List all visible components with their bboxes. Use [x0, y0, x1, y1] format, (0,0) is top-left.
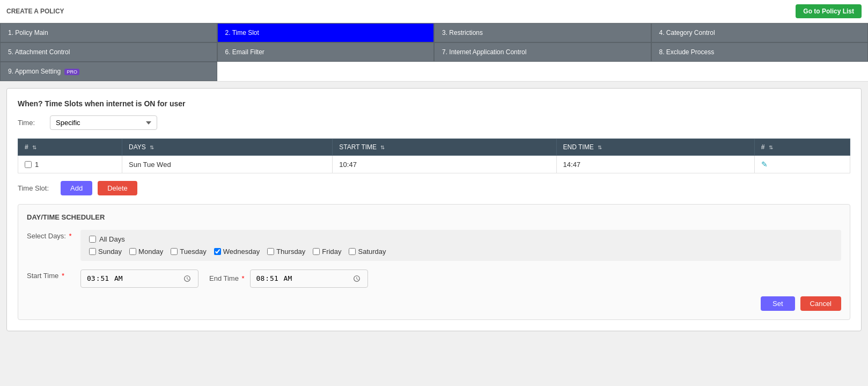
col-hash: # ⇅: [18, 139, 122, 156]
time-label: Time:: [18, 119, 50, 127]
all-days-label[interactable]: All Days: [99, 235, 125, 243]
nav-item-4[interactable]: 4. Category Control: [651, 23, 869, 42]
day-thu-label: Thursday: [276, 247, 305, 256]
row-1-id: 1: [18, 156, 122, 173]
table-header: # ⇅ DAYS ⇅ START TIME ⇅ END TIME ⇅ # ⇅: [18, 139, 850, 156]
day-fri-label: Friday: [322, 247, 341, 256]
time-dropdown[interactable]: Always Specific: [50, 115, 157, 130]
set-button[interactable]: Set: [761, 296, 795, 311]
days-checkboxes-row: Sunday Monday Tuesday Wednesday: [89, 247, 833, 256]
start-time-input[interactable]: [86, 273, 193, 284]
end-time-label: End Time *: [209, 274, 245, 282]
day-thursday: Thursday: [267, 247, 305, 256]
col-action-label: #: [761, 143, 765, 151]
section-title: When? Time Slots when internet is ON for…: [18, 99, 850, 108]
nav-item-7[interactable]: 7. Internet Application Control: [434, 42, 651, 62]
all-days-checkbox[interactable]: [89, 236, 96, 243]
col-start-label: START TIME: [339, 143, 377, 151]
time-inputs-row: Start Time * End Time *: [27, 270, 841, 288]
day-tue-checkbox[interactable]: [171, 248, 178, 255]
time-form-row: Time: Always Specific: [18, 115, 850, 130]
nav-grid: 1. Policy Main 2. Time Slot 3. Restricti…: [0, 23, 868, 82]
sort-icon-start: ⇅: [380, 144, 385, 150]
pro-badge: PRO: [64, 69, 79, 75]
timeslot-table: # ⇅ DAYS ⇅ START TIME ⇅ END TIME ⇅ # ⇅: [18, 139, 850, 173]
day-sat-label: Saturday: [358, 247, 386, 256]
col-start: START TIME ⇅: [333, 139, 556, 156]
delete-button[interactable]: Delete: [98, 181, 137, 195]
day-sat-checkbox[interactable]: [349, 248, 356, 255]
end-time-input-wrapper: [250, 270, 368, 288]
scheduler-title: DAY/TIME SCHEDULER: [27, 213, 841, 221]
action-row: Set Cancel: [27, 296, 841, 311]
start-required-star: *: [62, 272, 64, 280]
sort-icon-action: ⇅: [769, 144, 773, 150]
go-policy-button[interactable]: Go to Policy List: [796, 4, 862, 18]
day-monday: Monday: [129, 247, 163, 256]
day-thu-checkbox[interactable]: [267, 248, 274, 255]
row-1-checkbox[interactable]: [25, 161, 32, 168]
end-time-input[interactable]: [256, 273, 362, 284]
day-sun-checkbox[interactable]: [89, 248, 96, 255]
row-1-action: ✎: [754, 156, 850, 173]
cancel-button[interactable]: Cancel: [800, 296, 841, 311]
sort-icon-hash: ⇅: [32, 144, 36, 150]
col-end-label: END TIME: [563, 143, 594, 151]
timeslot-label: Time Slot:: [18, 184, 55, 192]
day-mon-label: Monday: [138, 247, 163, 256]
nav-item-9-label: 9. Appmon Setting: [8, 68, 61, 75]
sort-icon-days: ⇅: [150, 144, 154, 150]
time-fields: End Time *: [80, 270, 841, 288]
nav-item-8[interactable]: 8. Exclude Process: [651, 42, 869, 62]
add-button[interactable]: Add: [61, 181, 92, 195]
row-1-number: 1: [35, 161, 39, 169]
sort-icon-end: ⇅: [598, 144, 602, 150]
day-sunday: Sunday: [89, 247, 122, 256]
day-friday: Friday: [313, 247, 341, 256]
start-time-label: Start Time *: [27, 270, 80, 280]
nav-item-2[interactable]: 2. Time Slot: [217, 23, 435, 42]
select-days-label: Select Days: *: [27, 230, 80, 240]
main-content: When? Time Slots when internet is ON for…: [6, 88, 862, 331]
nav-item-3[interactable]: 3. Restrictions: [434, 23, 651, 42]
page-title: CREATE A POLICY: [6, 8, 64, 15]
all-days-row: All Days: [89, 235, 833, 243]
select-days-row: Select Days: * All Days Sunday Monday: [27, 230, 841, 261]
scheduler-box: DAY/TIME SCHEDULER Select Days: * All Da…: [18, 204, 850, 320]
col-end: END TIME ⇅: [556, 139, 754, 156]
day-sun-label: Sunday: [98, 247, 122, 256]
timeslot-controls: Time Slot: Add Delete: [18, 181, 850, 195]
day-mon-checkbox[interactable]: [129, 248, 136, 255]
start-time-input-wrapper: [80, 270, 198, 288]
col-days: DAYS ⇅: [122, 139, 333, 156]
nav-item-6[interactable]: 6. Email Filter: [217, 42, 435, 62]
col-hash-label: #: [25, 143, 28, 151]
day-tue-label: Tuesday: [180, 247, 206, 256]
days-selector: All Days Sunday Monday Tuesday: [80, 230, 841, 261]
day-tuesday: Tuesday: [171, 247, 206, 256]
nav-item-5[interactable]: 5. Attachment Control: [0, 42, 217, 62]
day-wed-label: Wednesday: [223, 247, 260, 256]
table-body: 1 Sun Tue Wed 10:47 14:47 ✎: [18, 156, 850, 173]
day-wed-checkbox[interactable]: [214, 248, 221, 255]
row-1-days: Sun Tue Wed: [122, 156, 333, 173]
table-row: 1 Sun Tue Wed 10:47 14:47 ✎: [18, 156, 850, 173]
nav-item-1[interactable]: 1. Policy Main: [0, 23, 217, 42]
edit-icon[interactable]: ✎: [761, 160, 768, 169]
end-time-group: End Time *: [209, 270, 368, 288]
day-saturday: Saturday: [349, 247, 386, 256]
end-required-star: *: [242, 274, 245, 282]
col-action: # ⇅: [754, 139, 850, 156]
nav-item-9[interactable]: 9. Appmon Setting PRO: [0, 62, 217, 81]
col-days-label: DAYS: [129, 143, 146, 151]
row-1-start: 10:47: [333, 156, 556, 173]
required-star: *: [69, 232, 72, 240]
day-fri-checkbox[interactable]: [313, 248, 320, 255]
row-1-end: 14:47: [556, 156, 754, 173]
top-bar: CREATE A POLICY Go to Policy List: [0, 0, 868, 23]
day-wednesday: Wednesday: [214, 247, 260, 256]
